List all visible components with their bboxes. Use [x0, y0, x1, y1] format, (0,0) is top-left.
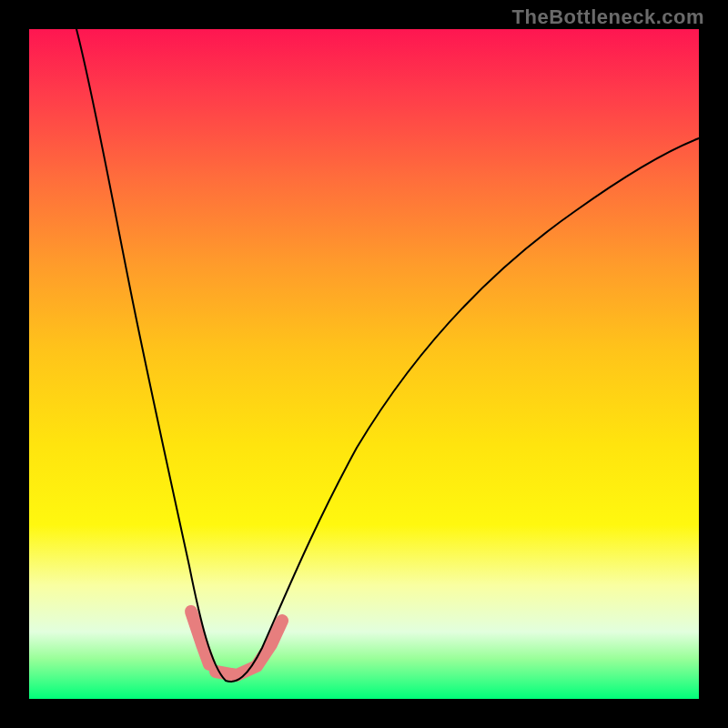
attribution-text: TheBottleneck.com [512, 5, 704, 29]
bottleneck-curve [76, 29, 699, 682]
highlight-right [216, 621, 282, 675]
chart-area [29, 29, 699, 699]
curve-svg [29, 29, 699, 699]
